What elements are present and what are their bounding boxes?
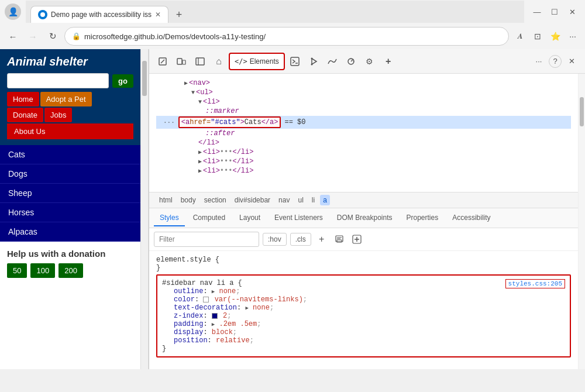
breadcrumb-body[interactable]: body [178, 195, 199, 205]
immersive-reader-button[interactable]: ⊡ [530, 29, 545, 44]
go-button[interactable]: go [112, 74, 133, 88]
read-aloud-button[interactable]: 𝑨 [512, 29, 528, 44]
dom-line-li3[interactable]: ▶ <li> ••• </li> [156, 157, 571, 166]
adopt-nav-item[interactable]: Adopt a Pet [40, 92, 92, 106]
debugger-button[interactable] [305, 53, 322, 70]
donate-50-button[interactable]: 50 [7, 263, 27, 278]
tab-close-button[interactable]: ✕ [155, 11, 161, 19]
favorites-button[interactable]: ⭐ [548, 29, 563, 44]
tab-properties[interactable]: Properties [401, 210, 445, 226]
scrollbar-thumb[interactable] [142, 61, 147, 96]
collapse-triangle[interactable]: ▶ [184, 80, 188, 87]
toggle-print-style-button[interactable] [332, 232, 346, 246]
donation-section: Help us with a donation 50 100 200 [0, 242, 140, 285]
elements-label: Elements [250, 57, 279, 66]
minimize-button[interactable]: — [529, 4, 545, 20]
more-options-button[interactable]: ··· [530, 53, 548, 70]
cls-button[interactable]: .cls [290, 233, 311, 246]
text-decoration-triangle[interactable]: ▶ [245, 305, 248, 311]
donation-buttons: 50 100 200 [7, 263, 133, 278]
devtools-scrollbar[interactable] [578, 74, 585, 369]
add-panel-button[interactable]: + [380, 53, 397, 70]
tab-computed[interactable]: Computed [187, 210, 231, 226]
settings-button[interactable]: ⚙ [361, 53, 378, 70]
sidebar-item-horses[interactable]: Horses [0, 203, 140, 222]
jobs-nav-item[interactable]: Jobs [44, 108, 72, 122]
tab-layout[interactable]: Layout [233, 210, 266, 226]
dom-line-nav[interactable]: ▶ <nav> [156, 78, 571, 88]
search-input[interactable] [7, 73, 109, 88]
breadcrumb-nav[interactable]: nav [276, 195, 292, 205]
sidebar-list: Cats Dogs Sheep Horses Alpacas [0, 145, 140, 242]
dom-line-li[interactable]: ▼ <li> [156, 97, 571, 106]
donate-100-button[interactable]: 100 [30, 263, 55, 278]
filter-input[interactable] [154, 232, 259, 247]
sidebar-item-dogs[interactable]: Dogs [0, 164, 140, 184]
breadcrumb-div-sidebar[interactable]: div#sidebar [232, 195, 273, 205]
sidebar-toggle-button[interactable] [191, 53, 209, 70]
tab-event-listeners[interactable]: Event Listeners [269, 210, 329, 226]
close-button[interactable]: ✕ [564, 4, 580, 20]
outline-triangle[interactable]: ▶ [212, 289, 215, 295]
tab-accessibility[interactable]: Accessibility [446, 210, 496, 226]
network-button[interactable] [324, 53, 341, 70]
refresh-button[interactable]: ↻ [44, 28, 61, 44]
about-nav-item[interactable]: About Us [7, 123, 133, 139]
address-bar[interactable]: 🔒 microsoftedge.github.io/Demos/devtools… [64, 27, 509, 46]
dom-line-li2[interactable]: ▶ <li> ••• </li> [156, 147, 571, 157]
browser-more-button[interactable]: ··· [565, 29, 580, 44]
new-tab-button[interactable]: + [171, 6, 187, 23]
donation-title: Help us with a donation [7, 249, 133, 259]
color-swatch[interactable] [203, 297, 209, 302]
breadcrumb-html[interactable]: html [156, 195, 176, 205]
profile-avatar[interactable]: 👤 [5, 4, 21, 20]
forward-button[interactable]: → [25, 28, 41, 44]
sidebar-item-sheep[interactable]: Sheep [0, 184, 140, 203]
collapse-triangle[interactable]: ▼ [198, 99, 202, 105]
css-panel: element.style { } styles.css:205 #sideba… [149, 251, 578, 369]
breadcrumb-li[interactable]: li [309, 195, 318, 205]
donate-nav-item[interactable]: Donate [7, 108, 43, 122]
svg-point-0 [40, 12, 45, 17]
dom-line-after[interactable]: ::after [156, 129, 571, 138]
search-bar: go [7, 73, 133, 88]
performance-button[interactable] [342, 53, 360, 70]
device-emulation-button[interactable] [173, 53, 190, 70]
hov-button[interactable]: :hov [263, 233, 287, 246]
dom-line-ul[interactable]: ▼ <ul> [156, 88, 571, 97]
css-source-link[interactable]: styles.css:205 [505, 279, 565, 288]
webpage-preview: Animal shelter go Home Adopt a Pet Donat… [0, 49, 140, 369]
breadcrumb-ul[interactable]: ul [295, 195, 306, 205]
dom-line-marker[interactable]: ::marker [156, 106, 571, 116]
home-nav-item[interactable]: Home [7, 92, 39, 106]
close-devtools-button[interactable]: ✕ [563, 53, 580, 70]
dom-line-anchor[interactable]: ··· <a href="#cats">Cats</a> == $0 [156, 116, 571, 129]
main-nav: Home Adopt a Pet [7, 92, 133, 106]
browser-tab[interactable]: Demo page with accessibility iss ✕ [30, 6, 168, 23]
home-button[interactable]: ⌂ [210, 53, 228, 70]
tab-dom-breakpoints[interactable]: DOM Breakpoints [331, 210, 398, 226]
inspect-element-button[interactable] [154, 53, 171, 70]
breadcrumb-section[interactable]: section [201, 195, 229, 205]
back-button[interactable]: ← [5, 28, 21, 44]
elements-panel-button[interactable]: </> Elements [229, 53, 285, 70]
padding-triangle[interactable]: ▶ [212, 322, 215, 328]
donate-200-button[interactable]: 200 [58, 263, 83, 278]
sidebar-item-alpacas[interactable]: Alpacas [0, 222, 140, 242]
new-style-rule-button[interactable] [350, 232, 364, 246]
maximize-button[interactable]: ☐ [546, 4, 563, 20]
breadcrumb-a[interactable]: a [320, 195, 330, 205]
help-button[interactable]: ? [549, 55, 562, 68]
highlighted-element: <a href="#cats">Cats</a> [178, 116, 281, 128]
tab-styles[interactable]: Styles [154, 210, 185, 226]
dom-line-li4[interactable]: ▶ <li> ••• </li> [156, 166, 571, 176]
filter-bar: :hov .cls + [149, 228, 578, 251]
css-prop-padding: padding: ▶ .2em .5em; [162, 320, 565, 328]
svg-point-8 [311, 57, 312, 59]
dom-line-close-li[interactable]: </li> [156, 138, 571, 147]
add-style-rule-button[interactable]: + [315, 232, 329, 246]
page-scrollbar[interactable] [140, 49, 149, 369]
collapse-triangle[interactable]: ▼ [191, 90, 195, 96]
console-button[interactable] [286, 53, 304, 70]
sidebar-item-cats[interactable]: Cats [0, 145, 140, 164]
